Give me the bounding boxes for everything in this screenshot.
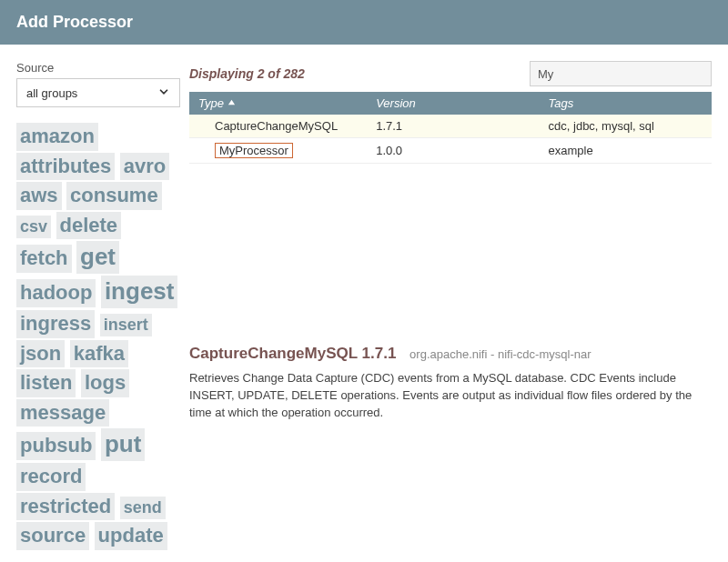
add-processor-dialog: Add Processor Source all groups amazon a… [0, 0, 728, 562]
group-select[interactable]: all groups [16, 78, 180, 107]
detail-description: Retrieves Change Data Capture (CDC) even… [189, 370, 712, 422]
table-row[interactable]: MyProcessor1.0.0example [189, 138, 712, 164]
tag-ingress[interactable]: ingress [16, 310, 95, 338]
tag-restricted[interactable]: restricted [16, 493, 115, 521]
tag-amazon[interactable]: amazon [16, 123, 98, 151]
tag-update[interactable]: update [95, 522, 167, 550]
tag-send[interactable]: send [120, 497, 166, 519]
right-panel: Displaying 2 of 282 Type [189, 61, 712, 551]
filter-input[interactable] [530, 61, 712, 86]
processor-version: 1.7.1 [367, 115, 539, 138]
tag-hadoop[interactable]: hadoop [16, 279, 96, 307]
detail-name: CaptureChangeMySQL 1.7.1 org.apache.nifi… [189, 345, 712, 363]
table-header-row: Type Version Tags [189, 92, 712, 115]
tag-record[interactable]: record [16, 463, 86, 491]
chevron-down-icon [157, 85, 170, 101]
tag-json[interactable]: json [16, 340, 65, 368]
processor-tags: example [540, 138, 712, 164]
group-select-value: all groups [26, 86, 77, 100]
tag-pubsub[interactable]: pubsub [16, 432, 96, 460]
column-header-type-label: Type [198, 96, 224, 110]
processor-table: Type Version Tags CaptureChangeMySQL1.7.… [189, 92, 712, 164]
processor-tags: cdc, jdbc, mysql, sql [540, 115, 712, 138]
detail-vendor: org.apache.nifi - nifi-cdc-mysql-nar [410, 347, 591, 361]
tag-aws[interactable]: aws [16, 182, 62, 210]
sort-asc-icon [228, 96, 236, 110]
dialog-title: Add Processor [0, 0, 728, 45]
displaying-count: Displaying 2 of 282 [189, 66, 305, 81]
column-header-tags[interactable]: Tags [540, 92, 712, 115]
detail-name-text: CaptureChangeMySQL 1.7.1 [189, 345, 396, 362]
column-header-type[interactable]: Type [189, 92, 367, 115]
tag-delete[interactable]: delete [56, 212, 122, 240]
tag-get[interactable]: get [76, 241, 119, 274]
source-label: Source [16, 61, 180, 75]
column-header-version[interactable]: Version [367, 92, 539, 115]
tag-source[interactable]: source [16, 522, 89, 550]
tag-attributes[interactable]: attributes [16, 153, 115, 181]
tag-fetch[interactable]: fetch [16, 245, 72, 273]
tag-put[interactable]: put [101, 428, 145, 461]
tag-avro[interactable]: avro [120, 153, 169, 181]
dialog-body: Source all groups amazon attributes avro… [0, 45, 728, 562]
processor-version: 1.0.0 [367, 138, 539, 164]
tag-ingest[interactable]: ingest [101, 276, 178, 308]
tag-message[interactable]: message [16, 399, 109, 427]
processor-type: MyProcessor [215, 143, 293, 158]
tag-logs[interactable]: logs [81, 369, 129, 397]
tag-cloud: amazon attributes avro aws consume csv d… [16, 122, 180, 551]
tag-listen[interactable]: listen [16, 369, 76, 397]
table-row[interactable]: CaptureChangeMySQL1.7.1cdc, jdbc, mysql,… [189, 115, 712, 138]
tag-insert[interactable]: insert [100, 314, 152, 336]
left-panel: Source all groups amazon attributes avro… [16, 61, 180, 551]
tag-csv[interactable]: csv [16, 216, 51, 238]
tag-consume[interactable]: consume [66, 182, 162, 210]
processor-type: CaptureChangeMySQL [215, 119, 338, 133]
tag-kafka[interactable]: kafka [70, 340, 128, 368]
